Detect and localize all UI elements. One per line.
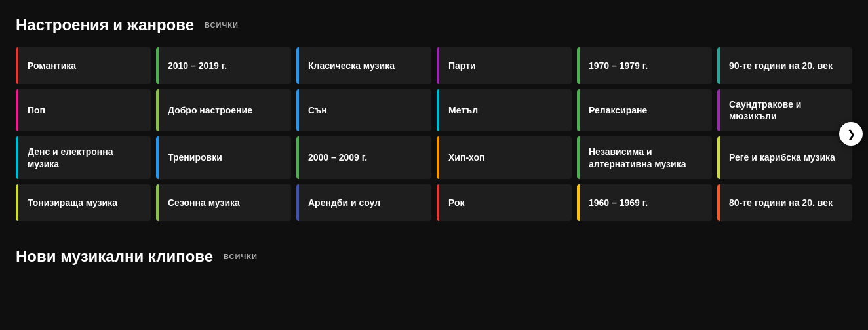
genre-label: Денс и електронна музика	[28, 146, 142, 169]
genre-label: Добро настроение	[168, 104, 252, 116]
genre-label: Класическа музика	[308, 60, 395, 72]
genre-label: Тренировки	[168, 152, 222, 163]
genre-label: 80-те години на 20. век	[729, 197, 833, 209]
genre-label: 90-те години на 20. век	[729, 60, 833, 72]
genre-label: Релаксиране	[589, 104, 647, 116]
genre-card[interactable]: Релаксиране	[577, 89, 712, 131]
genre-label: Метъл	[448, 104, 478, 116]
genre-card[interactable]: Сезонна музика	[156, 184, 291, 221]
genre-card[interactable]: 2010 – 2019 г.	[156, 47, 291, 84]
genre-card[interactable]: Независима и алтернативна музика	[577, 136, 712, 178]
genre-card[interactable]: Сън	[296, 89, 431, 131]
next-arrow[interactable]: ❯	[839, 122, 863, 146]
genre-card[interactable]: 1960 – 1969 г.	[577, 184, 712, 221]
genre-card[interactable]: Метъл	[437, 89, 572, 131]
moods-all-link[interactable]: ВСИЧКИ	[205, 21, 239, 29]
genre-label: 1970 – 1979 г.	[589, 60, 648, 72]
genre-label: Романтика	[28, 60, 76, 72]
moods-section: Настроения и жанрове ВСИЧКИ Романтика201…	[0, 0, 868, 229]
chevron-right-icon: ❯	[847, 128, 856, 140]
genre-label: Поп	[28, 104, 45, 116]
genre-card[interactable]: 1970 – 1979 г.	[577, 47, 712, 84]
new-videos-header: Нови музикални клипове ВСИЧКИ	[16, 247, 852, 266]
genre-card[interactable]: 80-те години на 20. век	[717, 184, 852, 221]
genre-label: Сън	[308, 104, 327, 116]
new-videos-all-link[interactable]: ВСИЧКИ	[224, 253, 258, 260]
moods-section-header: Настроения и жанрове ВСИЧКИ	[16, 16, 852, 34]
genre-label: Сезонна музика	[168, 197, 240, 209]
genre-card[interactable]: Парти	[437, 47, 572, 84]
genre-card[interactable]: Добро настроение	[156, 89, 291, 131]
genre-label: Рок	[448, 197, 465, 209]
genre-card[interactable]: Тренировки	[156, 136, 291, 178]
genre-label: 2000 – 2009 г.	[308, 152, 367, 163]
genre-card[interactable]: Реге и карибска музика	[717, 136, 852, 178]
genre-card[interactable]: Тонизираща музика	[16, 184, 151, 221]
genre-label: Тонизираща музика	[28, 197, 117, 209]
genre-card[interactable]: Поп	[16, 89, 151, 131]
genre-card[interactable]: 2000 – 2009 г.	[296, 136, 431, 178]
genre-card[interactable]: Саундтракове и мюзикъли	[717, 89, 852, 131]
genre-grid: Романтика2010 – 2019 г.Класическа музика…	[16, 47, 852, 221]
genre-label: Хип-хоп	[448, 152, 485, 163]
genre-label: Реге и карибска музика	[729, 152, 835, 163]
genre-label: Независима и алтернативна музика	[589, 146, 703, 169]
genre-card[interactable]: Романтика	[16, 47, 151, 84]
genre-label: 2010 – 2019 г.	[168, 60, 227, 72]
new-videos-title: Нови музикални клипове	[16, 247, 213, 266]
moods-title: Настроения и жанрове	[16, 16, 194, 34]
genre-card[interactable]: Арендби и соул	[296, 184, 431, 221]
genre-label: Арендби и соул	[308, 197, 380, 209]
genre-card[interactable]: 90-те години на 20. век	[717, 47, 852, 84]
genre-card[interactable]: Денс и електронна музика	[16, 136, 151, 178]
genre-card[interactable]: Класическа музика	[296, 47, 431, 84]
genre-label: 1960 – 1969 г.	[589, 197, 648, 209]
genre-card[interactable]: Рок	[437, 184, 572, 221]
genre-label: Саундтракове и мюзикъли	[729, 98, 843, 122]
genre-grid-wrapper: Романтика2010 – 2019 г.Класическа музика…	[16, 47, 852, 221]
genre-label: Парти	[448, 60, 476, 72]
new-videos-section: Нови музикални клипове ВСИЧКИ	[0, 229, 868, 287]
genre-card[interactable]: Хип-хоп	[437, 136, 572, 178]
